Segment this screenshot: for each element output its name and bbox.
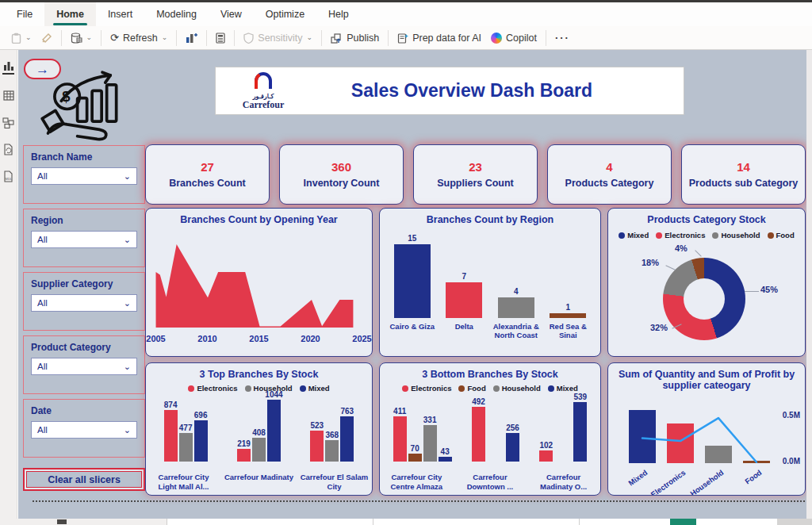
legend-item: Electronics	[656, 231, 705, 240]
bar[interactable]	[506, 433, 519, 462]
kpi-value: 360	[331, 160, 351, 174]
legend-label: Mixed	[557, 384, 578, 393]
dax-query-view-icon[interactable]	[2, 144, 14, 155]
slicer-dropdown[interactable]: All⌄	[31, 231, 137, 248]
legend-item: Household	[712, 231, 760, 240]
slicer-label: Branch Name	[31, 151, 137, 163]
bar[interactable]	[550, 313, 586, 318]
legend: ElectronicsFoodHouseholdMixed	[380, 384, 600, 393]
combo-chart: 0.5M0.0MMixedElectronicsHouseholdFood	[608, 363, 805, 495]
tmdl-view-icon[interactable]: MDL	[2, 171, 14, 182]
bar[interactable]	[539, 450, 553, 462]
bar-wrap: 763	[339, 407, 354, 462]
svg-text:$: $	[62, 88, 71, 105]
refresh-button[interactable]: ⟳ Refresh ⌄	[105, 30, 172, 46]
kpi-card[interactable]: 14Products sub Category	[681, 144, 806, 205]
bar[interactable]	[267, 400, 281, 462]
bar[interactable]	[252, 438, 266, 462]
chart-card-quantity-profit[interactable]: Sum of Quantity and Sum of Profit by sup…	[607, 362, 806, 496]
data-label: 1044	[265, 390, 282, 399]
bar[interactable]	[393, 416, 407, 462]
area-series[interactable]	[156, 244, 354, 328]
bar-wrap: 102	[538, 441, 553, 462]
kpi-card[interactable]: 27Branches Count	[145, 144, 270, 205]
category-label: Carrefour Madinaty O...	[530, 473, 598, 491]
calculator-button[interactable]	[211, 30, 230, 46]
kpi-label: Suppliers Count	[437, 178, 514, 189]
bar[interactable]	[498, 297, 534, 318]
bar-wrap: 477	[178, 423, 193, 462]
bar-area: 1	[550, 234, 586, 318]
copilot-button[interactable]: Copilot	[486, 30, 542, 46]
slicer-product-category: Product CategoryAll⌄	[23, 335, 145, 394]
donut-ring[interactable]	[663, 258, 745, 340]
table-view-icon[interactable]	[2, 90, 14, 102]
bar[interactable]	[310, 431, 324, 462]
line-series[interactable]	[642, 418, 756, 462]
chart-card-bottom-branches[interactable]: 3 Bottom Branches By Stock ElectronicsFo…	[379, 362, 601, 496]
menu-item-optimize[interactable]: Optimize	[254, 2, 316, 26]
bar[interactable]	[573, 402, 587, 462]
kpi-card[interactable]: 23Suppliers Count	[413, 144, 538, 205]
menu-item-modeling[interactable]: Modeling	[144, 2, 209, 26]
donut-data-label: 4%	[675, 243, 688, 253]
bar[interactable]	[237, 449, 251, 462]
bar[interactable]	[408, 454, 422, 462]
slicer-label: Product Category	[31, 342, 137, 353]
bar[interactable]	[394, 244, 431, 318]
bar-wrap: 43	[438, 447, 453, 462]
bar-wrap: 331	[423, 416, 438, 462]
bar[interactable]	[340, 416, 354, 462]
menu-item-file[interactable]: File	[5, 2, 44, 26]
publish-button[interactable]: Publish	[326, 30, 384, 46]
bar[interactable]	[446, 282, 482, 318]
legend-item: Household	[493, 384, 541, 393]
bar[interactable]	[325, 440, 339, 462]
menu-item-home[interactable]: Home	[44, 2, 96, 26]
data-label: 874	[164, 400, 178, 409]
chart-card-region[interactable]: Branches Count by Region 15Cairo & Giza7…	[379, 208, 601, 357]
bar-group: 523368763	[309, 407, 354, 462]
slicer-branch-name: Branch NameAll⌄	[23, 145, 145, 204]
slicer-dropdown[interactable]: All⌄	[31, 167, 137, 185]
bar[interactable]	[439, 457, 452, 462]
chart-card-top-branches[interactable]: 3 Top Branches By Stock ElectronicsHouse…	[145, 362, 373, 496]
slicer-dropdown[interactable]: All⌄	[31, 294, 137, 312]
kpi-card[interactable]: 360Inventory Count	[279, 144, 404, 205]
data-source-button[interactable]: ⌄	[66, 30, 98, 46]
scrollbar-gutter[interactable]	[806, 50, 812, 519]
bottom-strip-left	[0, 519, 167, 525]
dashboard-header[interactable]: كـارفـور Carrefour Sales Overview Dash B…	[215, 67, 684, 115]
toolbar-separator	[61, 30, 62, 46]
category-label: Carrefour City Light Mall Al...	[148, 473, 218, 491]
menu-item-insert[interactable]: Insert	[96, 2, 144, 26]
sensitivity-button[interactable]: Sensitivity ⌄	[239, 30, 317, 46]
x-axis-tick: 2010	[197, 334, 216, 343]
x-axis-tick: 2015	[249, 334, 268, 343]
format-painter-button[interactable]	[36, 30, 57, 46]
report-view-icon[interactable]	[2, 59, 14, 75]
bar[interactable]	[164, 410, 178, 462]
menu-item-help[interactable]: Help	[316, 2, 361, 26]
bar[interactable]	[194, 420, 208, 462]
slicer-dropdown[interactable]: All⌄	[31, 358, 137, 375]
model-view-icon[interactable]	[2, 117, 14, 128]
bar[interactable]	[423, 425, 437, 462]
chart-card-opening-year[interactable]: Branches Count by Opening Year 200520102…	[145, 208, 373, 357]
slicer-dropdown[interactable]: All⌄	[31, 421, 137, 439]
paste-button[interactable]: ⌄	[6, 30, 36, 46]
kpi-card[interactable]: 4Products Category	[547, 144, 672, 205]
menu-item-view[interactable]: View	[209, 2, 254, 26]
bar[interactable]	[472, 407, 485, 462]
chart-card-category-stock[interactable]: Products Category Stock MixedElectronics…	[607, 208, 806, 357]
data-label: 102	[539, 441, 553, 450]
new-visual-button[interactable]	[181, 30, 202, 46]
secondary-axis-label: 0.0M	[783, 457, 800, 466]
donut-data-label: 18%	[642, 258, 659, 267]
data-label: 15	[408, 234, 416, 243]
legend-item: Food	[768, 231, 795, 240]
clear-all-slicers-button[interactable]: Clear all slicers	[23, 468, 145, 491]
prep-data-button[interactable]: Prep data for AI	[393, 30, 486, 46]
more-options-button[interactable]: ···	[550, 29, 575, 46]
bar[interactable]	[179, 433, 193, 462]
